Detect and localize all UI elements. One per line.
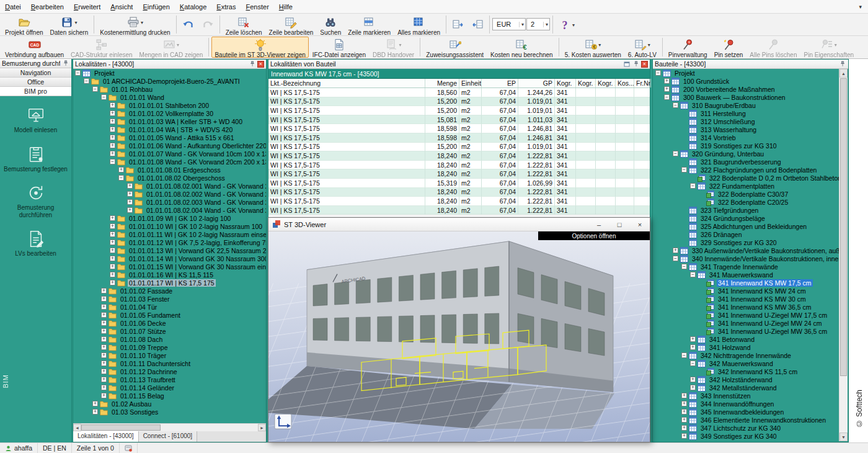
table-row[interactable]: WI | KS 17,5-17518,240m267,041.222,81341 [268,161,650,170]
expand-icon[interactable]: + [118,167,124,173]
tree-item[interactable]: +01.01.07 Stütze [73,327,266,335]
tree-item[interactable]: −322 Flachgründungen und Bodenplatten [653,166,839,174]
menu-item-fenster[interactable]: Fenster [241,1,273,12]
close-icon[interactable]: × [257,61,264,68]
expand-icon[interactable]: + [101,320,107,326]
tree-item[interactable]: +01.01.03 Fenster [73,295,266,303]
tree-item[interactable]: −300 Bauwerk — Baukonstruktionen [653,93,839,101]
tree-item[interactable]: +01.01.01.03 WA | Keller STB + WD 400 [73,117,266,125]
table-row[interactable]: WI | KS 17,5-17518,240m267,041.222,81341 [268,151,650,161]
zeile-bearbeiten-button[interactable]: Zeile bearbeiten [266,14,317,35]
tree-item[interactable]: +342 Metallständerwand [653,383,839,392]
tree-item[interactable]: +01.01.01.09 WI | GK 10 2-lagig 100 [73,214,266,222]
currency-select[interactable]: EUR▾ [492,18,526,30]
column-header-ep[interactable]: EP [482,79,518,87]
suchen-button[interactable]: Suchen [317,14,344,35]
tree-item[interactable]: −340 Innenwände/Vertikale Baukonstruktio… [653,254,839,262]
collapse-icon[interactable]: − [673,102,678,108]
menu-item-erweitert[interactable]: Erweitert [69,1,105,12]
expand-icon[interactable]: + [681,409,687,415]
table-row[interactable]: WI | KS 17,5-17515,319m267,041.026,99341 [268,179,650,188]
tree-item[interactable]: 341 Innenwand U-Ziegel MW 17,5 cm [653,311,839,319]
tree-item[interactable]: +01.01.01.05 Wand - Attika 515 x 661 [73,133,266,141]
column-header-kogr-3[interactable]: Kogr. 3 [576,79,596,87]
expand-icon[interactable]: + [101,361,107,366]
table-row[interactable]: WI | KS 17,5-17518,240m267,041.222,81341 [268,206,650,215]
undo-icon[interactable] [179,14,198,35]
table-row[interactable]: WI | KS 17,5-17518,598m267,041.246,81341 [268,133,650,143]
tree-item[interactable]: −01.01.01.08.02 Obergeschoss [73,174,266,182]
bauteile-im-st-3d-viewer-zeigen-button[interactable]: Bauteile im ST 3D-Viewer zeigen [211,37,308,58]
sidebar-collapsed-tab-bim[interactable]: BIM [1,362,11,400]
collapse-icon[interactable]: − [690,183,696,189]
tree-item[interactable]: +01.01.01.16 WI | KS 11,5 115 [73,271,266,279]
tree-item[interactable]: 313 Wasserhaltung [653,125,839,133]
tree-item[interactable]: −01.01.01.08 Wand - GK Vorwand 20cm 200 … [73,158,266,166]
expand-icon[interactable]: + [92,409,98,415]
tree-item[interactable]: +01.01.01.08.02.004 Wand - GK Vorwand 20… [73,206,266,214]
collapse-icon[interactable]: − [101,94,107,100]
pin-icon[interactable] [838,60,846,68]
expand-icon[interactable]: + [110,280,115,285]
5-kosten-auswerten-button[interactable]: €▾5. Kosten auswerten [562,37,624,58]
tree-item[interactable]: +01.01.01.01 Stahlbeton 200 [73,101,266,109]
tree-item[interactable]: 329 Sonstiges zur KG 320 [653,238,839,246]
expand-icon[interactable]: + [110,143,115,148]
menu-item-ansicht[interactable]: Ansicht [105,1,138,12]
expand-icon[interactable]: + [110,240,115,245]
tree-item[interactable]: +01.01.01.12 WI | GK 7,5 2-lagig, Einkof… [73,238,266,246]
tree-item[interactable]: 314 Vortrieb [653,133,839,141]
viewer-title-bar[interactable]: ST 3D-Viewer – □ × [268,218,650,231]
tree-item[interactable]: +01.01.01.08.02.003 Wand - GK Vorwand 20… [73,198,266,206]
maximize-icon[interactable]: □ [611,219,628,230]
expand-icon[interactable]: + [673,248,678,253]
tree-item[interactable]: +01.01.01.08.01 Erdgeschoss [73,166,266,174]
expand-icon[interactable]: + [101,288,107,294]
tree-item[interactable]: 341 Innenwand KS MW 24 cm [653,287,839,295]
tree-item[interactable]: +342 Holzständerwand [653,375,839,383]
collapse-icon[interactable]: − [690,272,696,277]
zeile-löschen-button[interactable]: Zeile löschen [223,14,265,35]
tree-item[interactable]: +01.01.13 Traufbrett [73,375,266,383]
collapse-icon[interactable]: − [110,159,115,164]
tree-item[interactable]: +01.01.05 Fundament [73,311,266,319]
tree-item[interactable]: 341 Innenwand KS MW 17,5 cm [653,279,839,287]
document-tab-connect-61000[interactable]: Connect - [61000] [139,431,198,442]
tree-item[interactable]: +01.01.12 Dachrinne [73,367,266,375]
tree-item[interactable]: −01.01 Rohbau [73,85,266,93]
collapse-icon[interactable]: − [84,78,89,84]
expand-icon[interactable]: + [110,127,115,132]
tree-item[interactable]: +01.01.01.02 Vollkernplatte 30 [73,109,266,117]
close-icon[interactable]: × [631,219,649,230]
tree-item[interactable]: −342 Mauerwerkswand [653,359,839,367]
tree-item[interactable]: 323 Tiefgründungen [653,206,839,214]
tree-item[interactable]: −341 Mauerwerkswand [653,271,839,279]
collapse-icon[interactable]: − [664,94,670,100]
table-row[interactable]: WI | KS 17,5-17518,240m267,041.222,81341 [268,188,650,197]
expand-icon[interactable]: + [101,369,107,374]
column-header-kogr-2[interactable]: Kogr. 2 [596,79,616,87]
collapse-icon[interactable]: − [681,352,687,358]
table-row[interactable]: WI | KS 17,5-17518,598m267,041.246,81341 [268,124,650,133]
tree-item[interactable]: −01 ARCHICAD-Demoprojekt-Buero-25_AVANTI [73,77,266,85]
expand-icon[interactable]: + [110,151,115,156]
expand-icon[interactable]: + [681,401,687,406]
column-header-einheit[interactable]: Einheit [459,79,482,87]
tree-item[interactable]: 341 Innenwand U-Ziegel MW 36,5 cm [653,327,839,335]
tree-item[interactable]: 342 Innenwand KS 11,5 cm [653,367,839,375]
tree-item[interactable]: +01.01.11 Dachuntersicht [73,359,266,367]
tree-item[interactable]: +330 Außenwände/Vertikale Baukonstruktio… [653,246,839,254]
tree-item[interactable]: +200 Vorbereitende Maßnahmen [653,85,839,93]
tree-item[interactable]: +01.01.01.08.02.001 Wand - GK Vorwand 20… [73,182,266,190]
menu-overflow-chevron-icon[interactable]: ▾ [859,4,868,10]
expand-icon[interactable]: + [110,215,115,221]
tree-item[interactable]: −320 Gründung, Unterbau [653,150,839,158]
sidebar-tab-navigation[interactable]: Navigation [0,68,71,78]
expand-icon[interactable]: + [690,344,696,350]
tree-item[interactable]: +341 Betonwand [653,335,839,343]
collapse-icon[interactable]: − [690,361,696,366]
tree-item[interactable]: +01.01.09 Treppe [73,343,266,351]
zeile-markieren-button[interactable]: Zeile markieren [345,14,394,35]
expand-icon[interactable]: + [110,272,115,277]
table-row[interactable]: WI | KS 17,5-17515,200m267,041.019,01341 [268,97,650,107]
